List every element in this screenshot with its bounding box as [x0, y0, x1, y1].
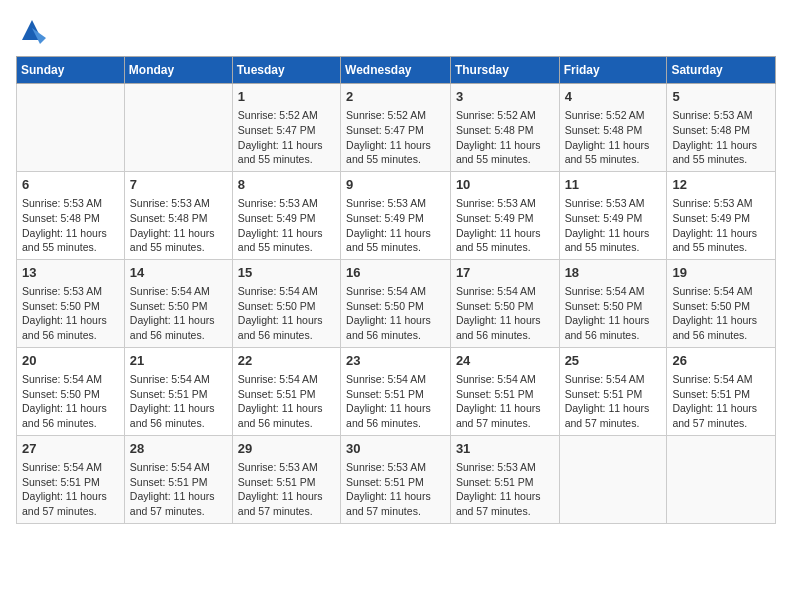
- day-number: 10: [456, 176, 554, 194]
- calendar-cell: 19Sunrise: 5:54 AM Sunset: 5:50 PM Dayli…: [667, 259, 776, 347]
- calendar-cell: 12Sunrise: 5:53 AM Sunset: 5:49 PM Dayli…: [667, 171, 776, 259]
- day-info: Sunrise: 5:53 AM Sunset: 5:48 PM Dayligh…: [22, 196, 119, 255]
- day-number: 26: [672, 352, 770, 370]
- calendar-cell: 26Sunrise: 5:54 AM Sunset: 5:51 PM Dayli…: [667, 347, 776, 435]
- calendar-cell: 30Sunrise: 5:53 AM Sunset: 5:51 PM Dayli…: [341, 435, 451, 523]
- day-info: Sunrise: 5:53 AM Sunset: 5:51 PM Dayligh…: [238, 460, 335, 519]
- day-number: 8: [238, 176, 335, 194]
- day-info: Sunrise: 5:54 AM Sunset: 5:51 PM Dayligh…: [672, 372, 770, 431]
- calendar-cell: 21Sunrise: 5:54 AM Sunset: 5:51 PM Dayli…: [124, 347, 232, 435]
- day-info: Sunrise: 5:53 AM Sunset: 5:49 PM Dayligh…: [346, 196, 445, 255]
- weekday-header-row: SundayMondayTuesdayWednesdayThursdayFrid…: [17, 57, 776, 84]
- calendar-cell: 31Sunrise: 5:53 AM Sunset: 5:51 PM Dayli…: [450, 435, 559, 523]
- day-info: Sunrise: 5:52 AM Sunset: 5:47 PM Dayligh…: [346, 108, 445, 167]
- day-info: Sunrise: 5:54 AM Sunset: 5:50 PM Dayligh…: [238, 284, 335, 343]
- day-number: 13: [22, 264, 119, 282]
- day-number: 3: [456, 88, 554, 106]
- day-number: 9: [346, 176, 445, 194]
- day-info: Sunrise: 5:54 AM Sunset: 5:51 PM Dayligh…: [238, 372, 335, 431]
- calendar-week-5: 27Sunrise: 5:54 AM Sunset: 5:51 PM Dayli…: [17, 435, 776, 523]
- calendar-cell: 6Sunrise: 5:53 AM Sunset: 5:48 PM Daylig…: [17, 171, 125, 259]
- calendar-cell: 8Sunrise: 5:53 AM Sunset: 5:49 PM Daylig…: [232, 171, 340, 259]
- day-number: 27: [22, 440, 119, 458]
- day-number: 18: [565, 264, 662, 282]
- day-number: 16: [346, 264, 445, 282]
- day-info: Sunrise: 5:53 AM Sunset: 5:48 PM Dayligh…: [130, 196, 227, 255]
- day-number: 11: [565, 176, 662, 194]
- calendar-cell: 9Sunrise: 5:53 AM Sunset: 5:49 PM Daylig…: [341, 171, 451, 259]
- day-info: Sunrise: 5:53 AM Sunset: 5:49 PM Dayligh…: [456, 196, 554, 255]
- day-info: Sunrise: 5:54 AM Sunset: 5:50 PM Dayligh…: [22, 372, 119, 431]
- day-info: Sunrise: 5:52 AM Sunset: 5:48 PM Dayligh…: [456, 108, 554, 167]
- day-info: Sunrise: 5:52 AM Sunset: 5:47 PM Dayligh…: [238, 108, 335, 167]
- calendar-cell: 2Sunrise: 5:52 AM Sunset: 5:47 PM Daylig…: [341, 84, 451, 172]
- day-number: 31: [456, 440, 554, 458]
- day-info: Sunrise: 5:54 AM Sunset: 5:50 PM Dayligh…: [456, 284, 554, 343]
- calendar-cell: 27Sunrise: 5:54 AM Sunset: 5:51 PM Dayli…: [17, 435, 125, 523]
- day-info: Sunrise: 5:53 AM Sunset: 5:50 PM Dayligh…: [22, 284, 119, 343]
- day-info: Sunrise: 5:53 AM Sunset: 5:48 PM Dayligh…: [672, 108, 770, 167]
- calendar-cell: 20Sunrise: 5:54 AM Sunset: 5:50 PM Dayli…: [17, 347, 125, 435]
- day-info: Sunrise: 5:54 AM Sunset: 5:51 PM Dayligh…: [22, 460, 119, 519]
- calendar-cell: 3Sunrise: 5:52 AM Sunset: 5:48 PM Daylig…: [450, 84, 559, 172]
- day-info: Sunrise: 5:53 AM Sunset: 5:49 PM Dayligh…: [238, 196, 335, 255]
- day-info: Sunrise: 5:54 AM Sunset: 5:51 PM Dayligh…: [130, 460, 227, 519]
- day-number: 1: [238, 88, 335, 106]
- calendar-week-2: 6Sunrise: 5:53 AM Sunset: 5:48 PM Daylig…: [17, 171, 776, 259]
- day-number: 21: [130, 352, 227, 370]
- calendar-table: SundayMondayTuesdayWednesdayThursdayFrid…: [16, 56, 776, 524]
- day-number: 4: [565, 88, 662, 106]
- logo-icon: [18, 16, 46, 44]
- day-info: Sunrise: 5:53 AM Sunset: 5:49 PM Dayligh…: [565, 196, 662, 255]
- calendar-cell: [559, 435, 667, 523]
- day-number: 17: [456, 264, 554, 282]
- day-info: Sunrise: 5:54 AM Sunset: 5:50 PM Dayligh…: [346, 284, 445, 343]
- calendar-cell: [667, 435, 776, 523]
- day-number: 15: [238, 264, 335, 282]
- page-header: [16, 16, 776, 44]
- weekday-header-sunday: Sunday: [17, 57, 125, 84]
- calendar-cell: 11Sunrise: 5:53 AM Sunset: 5:49 PM Dayli…: [559, 171, 667, 259]
- weekday-header-friday: Friday: [559, 57, 667, 84]
- calendar-cell: 4Sunrise: 5:52 AM Sunset: 5:48 PM Daylig…: [559, 84, 667, 172]
- calendar-week-1: 1Sunrise: 5:52 AM Sunset: 5:47 PM Daylig…: [17, 84, 776, 172]
- day-number: 23: [346, 352, 445, 370]
- calendar-cell: 16Sunrise: 5:54 AM Sunset: 5:50 PM Dayli…: [341, 259, 451, 347]
- calendar-week-4: 20Sunrise: 5:54 AM Sunset: 5:50 PM Dayli…: [17, 347, 776, 435]
- day-info: Sunrise: 5:54 AM Sunset: 5:50 PM Dayligh…: [130, 284, 227, 343]
- calendar-cell: 14Sunrise: 5:54 AM Sunset: 5:50 PM Dayli…: [124, 259, 232, 347]
- weekday-header-saturday: Saturday: [667, 57, 776, 84]
- calendar-cell: 17Sunrise: 5:54 AM Sunset: 5:50 PM Dayli…: [450, 259, 559, 347]
- calendar-cell: 23Sunrise: 5:54 AM Sunset: 5:51 PM Dayli…: [341, 347, 451, 435]
- weekday-header-thursday: Thursday: [450, 57, 559, 84]
- day-number: 24: [456, 352, 554, 370]
- day-number: 28: [130, 440, 227, 458]
- day-info: Sunrise: 5:53 AM Sunset: 5:51 PM Dayligh…: [456, 460, 554, 519]
- day-number: 25: [565, 352, 662, 370]
- calendar-cell: 7Sunrise: 5:53 AM Sunset: 5:48 PM Daylig…: [124, 171, 232, 259]
- calendar-cell: 15Sunrise: 5:54 AM Sunset: 5:50 PM Dayli…: [232, 259, 340, 347]
- calendar-cell: 18Sunrise: 5:54 AM Sunset: 5:50 PM Dayli…: [559, 259, 667, 347]
- day-info: Sunrise: 5:54 AM Sunset: 5:50 PM Dayligh…: [565, 284, 662, 343]
- calendar-cell: 1Sunrise: 5:52 AM Sunset: 5:47 PM Daylig…: [232, 84, 340, 172]
- calendar-cell: 25Sunrise: 5:54 AM Sunset: 5:51 PM Dayli…: [559, 347, 667, 435]
- calendar-cell: 5Sunrise: 5:53 AM Sunset: 5:48 PM Daylig…: [667, 84, 776, 172]
- day-info: Sunrise: 5:52 AM Sunset: 5:48 PM Dayligh…: [565, 108, 662, 167]
- calendar-cell: [124, 84, 232, 172]
- day-number: 20: [22, 352, 119, 370]
- day-number: 7: [130, 176, 227, 194]
- day-info: Sunrise: 5:54 AM Sunset: 5:50 PM Dayligh…: [672, 284, 770, 343]
- day-number: 19: [672, 264, 770, 282]
- day-number: 12: [672, 176, 770, 194]
- weekday-header-tuesday: Tuesday: [232, 57, 340, 84]
- weekday-header-wednesday: Wednesday: [341, 57, 451, 84]
- calendar-cell: [17, 84, 125, 172]
- day-number: 14: [130, 264, 227, 282]
- calendar-cell: 22Sunrise: 5:54 AM Sunset: 5:51 PM Dayli…: [232, 347, 340, 435]
- day-info: Sunrise: 5:54 AM Sunset: 5:51 PM Dayligh…: [456, 372, 554, 431]
- calendar-cell: 10Sunrise: 5:53 AM Sunset: 5:49 PM Dayli…: [450, 171, 559, 259]
- calendar-week-3: 13Sunrise: 5:53 AM Sunset: 5:50 PM Dayli…: [17, 259, 776, 347]
- calendar-cell: 13Sunrise: 5:53 AM Sunset: 5:50 PM Dayli…: [17, 259, 125, 347]
- calendar-cell: 28Sunrise: 5:54 AM Sunset: 5:51 PM Dayli…: [124, 435, 232, 523]
- day-number: 22: [238, 352, 335, 370]
